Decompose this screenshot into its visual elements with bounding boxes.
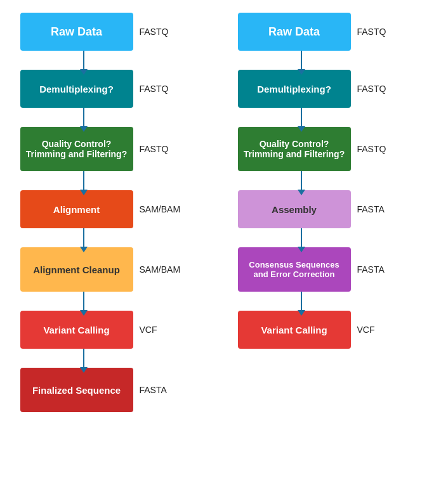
demux-right-node: Demultiplexing? xyxy=(238,70,351,108)
arrow-line xyxy=(301,292,302,311)
arrow5-right xyxy=(238,292,428,311)
variant-calling-right-node: Variant Calling xyxy=(238,311,351,349)
demux-left-row: Demultiplexing? FASTQ xyxy=(20,70,211,108)
arrow2-left xyxy=(20,108,211,127)
arrow-line xyxy=(301,108,302,127)
arrow-line xyxy=(301,51,302,70)
alignment-cleanup-format: SAM/BAM xyxy=(140,264,181,275)
arrow-line xyxy=(83,349,84,368)
arrow-line xyxy=(83,51,84,70)
qc-left-node: Quality Control? Trimming and Filtering? xyxy=(20,127,133,171)
arrow-line xyxy=(83,171,84,190)
alignment-cleanup-row: Alignment Cleanup SAM/BAM xyxy=(20,247,211,292)
arrow-line xyxy=(301,228,302,247)
assembly-row: Assembly FASTA xyxy=(238,190,428,228)
raw-data-right-format: FASTQ xyxy=(357,27,386,37)
arrow5-left xyxy=(20,292,211,311)
arrow6-left xyxy=(20,349,211,368)
arrow1-right xyxy=(238,51,428,70)
consensus-row: Consensus Sequences and Error Correction… xyxy=(238,247,428,292)
arrow-line xyxy=(301,171,302,190)
diagram: Raw Data FASTQ Demultiplexing? FASTQ xyxy=(0,0,448,425)
qc-right-format: FASTQ xyxy=(357,144,386,154)
raw-data-left-node: Raw Data xyxy=(20,13,133,51)
arrow4-left xyxy=(20,228,211,247)
left-column: Raw Data FASTQ Demultiplexing? FASTQ xyxy=(20,13,211,412)
finalized-sequence-row: Finalized Sequence FASTA xyxy=(20,368,211,412)
assembly-node: Assembly xyxy=(238,190,351,228)
raw-data-right-row: Raw Data FASTQ xyxy=(238,13,428,51)
consensus-format: FASTA xyxy=(357,264,385,275)
variant-calling-left-format: VCF xyxy=(140,325,157,335)
alignment-row: Alignment SAM/BAM xyxy=(20,190,211,228)
assembly-format: FASTA xyxy=(357,204,385,214)
qc-right-node: Quality Control? Trimming and Filtering? xyxy=(238,127,351,171)
finalized-sequence-node: Finalized Sequence xyxy=(20,368,133,412)
raw-data-left-row: Raw Data FASTQ xyxy=(20,13,211,51)
arrow1-left xyxy=(20,51,211,70)
consensus-node: Consensus Sequences and Error Correction xyxy=(238,247,351,292)
alignment-format: SAM/BAM xyxy=(140,204,181,214)
variant-calling-left-row: Variant Calling VCF xyxy=(20,311,211,349)
raw-data-right-node: Raw Data xyxy=(238,13,351,51)
variant-calling-right-row: Variant Calling VCF xyxy=(238,311,428,349)
arrow2-right xyxy=(238,108,428,127)
variant-calling-left-node: Variant Calling xyxy=(20,311,133,349)
demux-right-format: FASTQ xyxy=(357,84,386,94)
qc-right-row: Quality Control? Trimming and Filtering?… xyxy=(238,127,428,171)
finalized-sequence-format: FASTA xyxy=(140,385,167,395)
alignment-node: Alignment xyxy=(20,190,133,228)
arrow3-right xyxy=(238,171,428,190)
demux-left-format: FASTQ xyxy=(140,84,169,94)
raw-data-left-format: FASTQ xyxy=(140,27,169,37)
arrow4-right xyxy=(238,228,428,247)
qc-left-row: Quality Control? Trimming and Filtering?… xyxy=(20,127,211,171)
arrow-line xyxy=(83,228,84,247)
arrow-line xyxy=(83,108,84,127)
right-column: Raw Data FASTQ Demultiplexing? FASTQ xyxy=(238,13,428,349)
arrow-line xyxy=(83,292,84,311)
arrow3-left xyxy=(20,171,211,190)
alignment-cleanup-node: Alignment Cleanup xyxy=(20,247,133,292)
qc-left-format: FASTQ xyxy=(140,144,169,154)
variant-calling-right-format: VCF xyxy=(357,325,375,335)
demux-left-node: Demultiplexing? xyxy=(20,70,133,108)
demux-right-row: Demultiplexing? FASTQ xyxy=(238,70,428,108)
